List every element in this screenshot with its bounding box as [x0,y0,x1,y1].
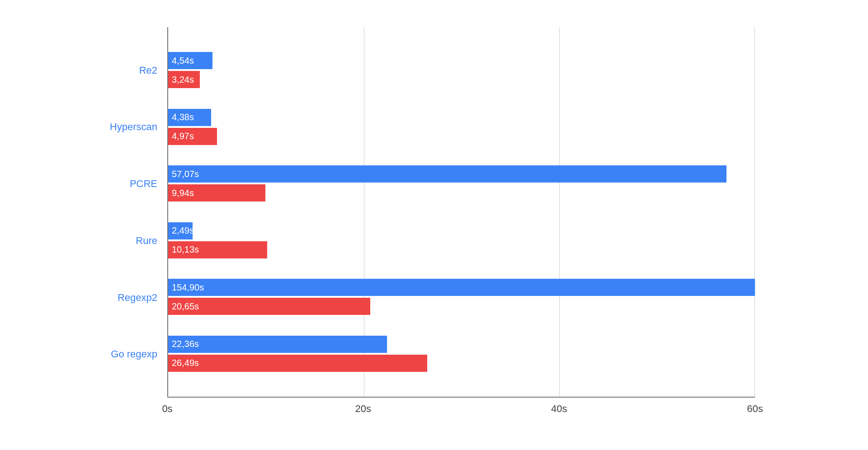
bar: 4,54s [168,52,212,69]
bar-value-label: 2,49s [172,225,194,236]
bar-value-label: 20,65s [172,301,199,312]
y-label: Rure [95,223,163,259]
bars-wrap: 4,54s3,24s4,38s4,97s57,07s9,94s2,49s10,1… [168,27,755,397]
y-label: Regexp2 [95,280,163,316]
bar-value-label: 22,36s [172,339,199,349]
category-group: 4,54s3,24s [168,52,755,88]
category-group: 22,36s26,49s [168,336,755,372]
bar: 9,94s [168,184,265,202]
category-group: 4,38s4,97s [168,109,755,145]
y-axis-labels: Re2 Hyperscan PCRE Rure Regexp2 Go regex… [95,27,163,398]
bar-value-label: 57,07s [172,169,199,179]
bar-value-label: 9,94s [172,188,194,198]
plot-area: 4,54s3,24s4,38s4,97s57,07s9,94s2,49s10,1… [167,27,755,398]
bar: 4,97s [168,128,217,145]
y-label: Re2 [95,52,163,89]
bar-value-label: 4,97s [172,131,194,141]
bar-value-label: 3,24s [172,75,194,85]
bar: 4,38s [168,109,211,126]
bar: 22,36s [168,336,387,353]
y-label: Go regexp [95,336,163,372]
chart-container: Re2 Hyperscan PCRE Rure Regexp2 Go regex… [95,18,773,425]
bar: 26,49s [168,355,427,372]
y-label: PCRE [95,166,163,202]
x-label: 20s [355,403,371,415]
bar-value-label: 4,54s [172,56,194,66]
y-label: Hyperscan [95,109,163,145]
bar-value-label: 26,49s [172,358,199,368]
x-label: 40s [551,403,567,415]
bar: 3,24s [168,71,200,88]
bar-value-label: 154,90s [172,282,204,293]
bar: 2,49s [168,222,193,239]
bar: 154,90s [168,279,755,296]
bar: 57,07s [168,165,726,183]
bar-value-label: 10,13s [172,244,199,255]
bar-value-label: 4,38s [172,112,194,122]
category-group: 2,49s10,13s [168,222,755,258]
category-group: 154,90s20,65s [168,279,755,315]
x-label: 60s [747,403,763,415]
bar: 20,65s [168,298,370,315]
bar: 10,13s [168,241,267,258]
x-label: 0s [162,403,172,415]
x-axis-labels: 0s 20s 40s 60s [167,400,755,418]
category-group: 57,07s9,94s [168,165,755,202]
